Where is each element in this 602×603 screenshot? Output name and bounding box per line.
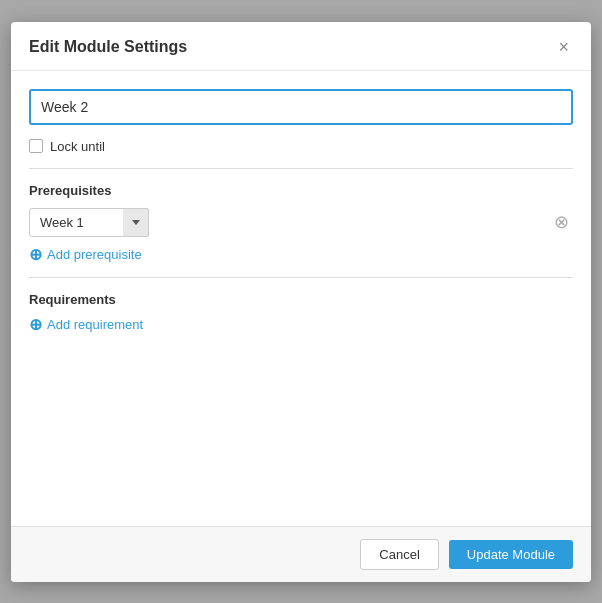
modal-overlay: Edit Module Settings × Lock until Prereq… xyxy=(0,0,602,603)
prerequisite-select[interactable]: Week 1 Week 2 Week 3 xyxy=(29,208,149,237)
lock-until-checkbox[interactable] xyxy=(29,139,43,153)
divider-2 xyxy=(29,277,573,278)
prerequisite-row: Week 1 Week 2 Week 3 ⊗ xyxy=(29,208,573,237)
modal-title: Edit Module Settings xyxy=(29,38,187,56)
lock-until-label: Lock until xyxy=(50,139,105,154)
prerequisites-label: Prerequisites xyxy=(29,183,573,198)
requirements-label: Requirements xyxy=(29,292,573,307)
close-button[interactable]: × xyxy=(554,36,573,58)
module-name-input[interactable] xyxy=(29,89,573,125)
add-requirement-label: Add requirement xyxy=(47,317,143,332)
add-requirement-button[interactable]: ⊕ Add requirement xyxy=(29,317,143,333)
add-requirement-icon: ⊕ xyxy=(29,317,42,333)
add-prerequisite-button[interactable]: ⊕ Add prerequisite xyxy=(29,247,142,263)
divider-1 xyxy=(29,168,573,169)
modal-header: Edit Module Settings × xyxy=(11,22,591,71)
modal-body: Lock until Prerequisites Week 1 Week 2 W… xyxy=(11,71,591,526)
prerequisite-select-wrapper: Week 1 Week 2 Week 3 xyxy=(29,208,149,237)
modal-footer: Cancel Update Module xyxy=(11,526,591,582)
add-prerequisite-icon: ⊕ xyxy=(29,247,42,263)
cancel-button[interactable]: Cancel xyxy=(360,539,438,570)
remove-prerequisite-button[interactable]: ⊗ xyxy=(550,213,573,231)
update-module-button[interactable]: Update Module xyxy=(449,540,573,569)
edit-module-modal: Edit Module Settings × Lock until Prereq… xyxy=(11,22,591,582)
lock-row: Lock until xyxy=(29,139,573,154)
add-prerequisite-label: Add prerequisite xyxy=(47,247,142,262)
